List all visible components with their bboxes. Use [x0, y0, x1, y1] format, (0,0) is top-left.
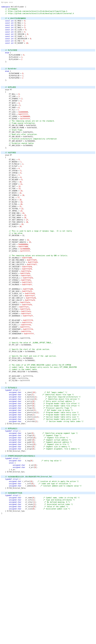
section-comment: // 动态节类型 — [1, 151, 95, 154]
section-comment: // ByteOrder — [1, 68, 95, 70]
section-comment: // ELF文件类型 — [1, 49, 95, 52]
section-comment: // ELF头的定义 — [1, 386, 95, 389]
section-comment: // 程序头的定义 — [1, 427, 95, 430]
code-block: #pragma once namespace HelloElfLoader { … — [1, 1, 95, 514]
pragma: #pragma once — [1, 2, 13, 3]
section-comment: // 程序头类型 — [1, 86, 95, 88]
section-comment: // 动态链接的符号信息 — [1, 492, 95, 494]
section-comment: // DYNAMIC类型的程序头指向内容的定义 — [1, 455, 95, 457]
section-comment: // 动态链接的重定位记录，部分系统时用Elf64_External_Rel — [1, 476, 95, 478]
section-comment: // e_ident中各项的偏移值 — [1, 17, 95, 20]
